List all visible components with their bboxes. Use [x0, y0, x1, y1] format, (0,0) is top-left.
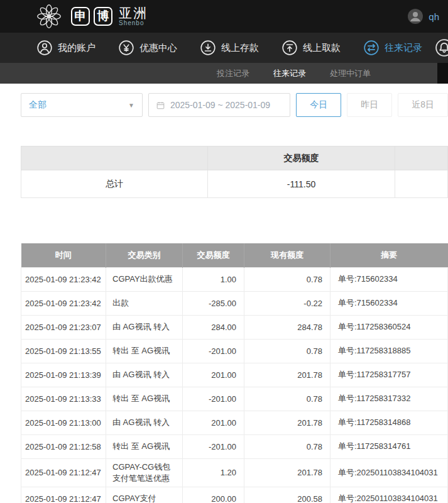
withdraw-icon: [281, 40, 298, 56]
cell-summary: 单号:117258317757: [331, 363, 448, 387]
col-header-type: 交易类别: [106, 243, 183, 267]
nav-item-transaction-records[interactable]: 往来记录: [363, 40, 422, 56]
cell-amount: -285.00: [183, 291, 244, 315]
table-row: 2025-01-09 21:13:55转出 至 AG视讯-201.000.78单…: [21, 339, 448, 363]
cell-time: 2025-01-09 21:23:42: [21, 291, 106, 315]
tab-betting-records[interactable]: 投注记录: [217, 68, 249, 79]
nav-item-my-account[interactable]: 我的账户: [36, 40, 96, 56]
col-header-balance: 现有额度: [244, 243, 331, 267]
logo-region-en: Shenbo: [119, 20, 148, 27]
summary-header-row: 交易额度: [21, 146, 448, 170]
cell-balance: 0.78: [244, 267, 331, 291]
summary-total-label: 总计: [21, 170, 208, 198]
nav-item-label: 线上取款: [303, 42, 341, 54]
cell-balance: 0.78: [244, 339, 331, 363]
nav-item-promo-center[interactable]: 优惠中心: [118, 40, 177, 56]
filter-row: 全部 ▼ 2025-01-09 ~ 2025-01-09 今日昨日近8日: [21, 93, 448, 117]
cell-time: 2025-01-09 21:13:39: [21, 363, 106, 387]
cell-balance: 201.78: [244, 458, 331, 487]
cell-type: 出款: [106, 291, 183, 315]
cell-time: 2025-01-09 21:12:58: [21, 434, 106, 458]
cell-type: 转出 至 AG视讯: [106, 387, 183, 411]
nav-item-label: 线上存款: [221, 42, 259, 54]
nav-item-online-deposit[interactable]: 线上存款: [200, 40, 259, 56]
records-icon: [363, 40, 380, 56]
col-header-amount: 交易额度: [183, 243, 244, 267]
table-row: 2025-01-09 21:12:58转出 至 AG视讯-201.000.78单…: [21, 434, 448, 458]
transactions-table: 时间交易类别交易额度现有额度摘要 2025-01-09 21:23:42CGPA…: [21, 243, 448, 503]
table-row: 2025-01-09 21:23:42CGPAY出款优惠1.000.78单号:7…: [21, 267, 448, 291]
topbar: 申 博 亚洲 Shenbo qh: [0, 0, 448, 33]
cell-summary: 单号:117258318885: [331, 339, 448, 363]
summary-header-spacer-right: [395, 146, 448, 170]
type-filter-dropdown[interactable]: 全部 ▼: [21, 93, 143, 117]
logo[interactable]: 申 博 亚洲 Shenbo: [35, 2, 148, 31]
last-8-days-button[interactable]: 近8日: [398, 93, 448, 117]
table-header-row: 时间交易类别交易额度现有额度摘要: [21, 243, 448, 267]
promo-icon: [118, 40, 134, 56]
cell-type: CGPAY出款优惠: [106, 267, 183, 291]
cell-balance: -0.22: [244, 291, 331, 315]
cell-summary: 单号:715602334: [331, 267, 448, 291]
cell-balance: 0.78: [244, 387, 331, 411]
user-area[interactable]: qh: [407, 8, 439, 25]
cell-time: 2025-01-09 21:23:07: [21, 315, 106, 339]
type-filter-value: 全部: [29, 99, 46, 111]
logo-char-shen: 申: [71, 7, 90, 26]
date-range-input[interactable]: 2025-01-09 ~ 2025-01-09: [148, 93, 290, 117]
cell-summary: 单号:202501103834104031: [331, 458, 448, 487]
username-label: qh: [429, 11, 439, 22]
logo-region: 亚洲 Shenbo: [119, 6, 148, 27]
cell-type: CGPAY支付: [106, 487, 183, 503]
logo-char-bo: 博: [94, 7, 112, 26]
cell-amount: 200.00: [183, 487, 244, 503]
table-row: 2025-01-09 21:12:47CGPAY-CG钱包支付笔笔送优惠1.20…: [21, 458, 448, 487]
nav-item-online-withdraw[interactable]: 线上取款: [281, 40, 341, 56]
cell-time: 2025-01-09 21:12:47: [21, 458, 106, 487]
cell-type: 转出 至 AG视讯: [106, 339, 183, 363]
quick-range-buttons: 今日昨日近8日: [296, 93, 448, 117]
cell-time: 2025-01-09 21:13:00: [21, 411, 106, 434]
cell-amount: -201.00: [183, 434, 244, 458]
cell-time: 2025-01-09 21:13:33: [21, 387, 106, 411]
cell-summary: 单号:117258314868: [331, 411, 448, 434]
record-tabs: 投注记录往来记录处理中订单: [0, 63, 448, 84]
cell-amount: 201.00: [183, 363, 244, 387]
transactions-body: 2025-01-09 21:23:42CGPAY出款优惠1.000.78单号:7…: [21, 267, 448, 503]
summary-table: 交易额度 总计 -111.50: [21, 146, 448, 198]
deposit-icon: [200, 40, 216, 56]
cell-amount: -201.00: [183, 387, 244, 411]
tab-processing-orders[interactable]: 处理中订单: [330, 68, 371, 79]
cell-type: 由 AG视讯 转入: [106, 363, 183, 387]
bell-icon[interactable]: [435, 38, 448, 57]
table-row: 2025-01-09 21:13:33转出 至 AG视讯-201.000.78单…: [21, 387, 448, 411]
cell-balance: 200.58: [244, 487, 331, 503]
cell-amount: 201.00: [183, 411, 244, 434]
cell-time: 2025-01-09 21:13:55: [21, 339, 106, 363]
col-header-summary: 摘要: [331, 243, 448, 267]
cell-amount: -201.00: [183, 339, 244, 363]
lotus-logo-icon: [35, 2, 63, 31]
col-header-time: 时间: [21, 243, 106, 267]
table-row: 2025-01-09 21:13:00由 AG视讯 转入201.00201.78…: [21, 411, 448, 434]
cell-balance: 201.78: [244, 411, 331, 434]
cell-time: 2025-01-09 21:12:47: [21, 487, 106, 503]
cell-summary: 单号:202501103834104031: [331, 487, 448, 503]
tab-transaction-records[interactable]: 往来记录: [273, 68, 306, 79]
cell-balance: 284.78: [244, 315, 331, 339]
today-button[interactable]: 今日: [296, 93, 341, 117]
cell-amount: 1.20: [183, 458, 244, 487]
cell-type: 由 AG视讯 转入: [106, 315, 183, 339]
cell-summary: 单号:715602334: [331, 291, 448, 315]
cell-summary: 单号:117258360524: [331, 315, 448, 339]
nav-item-label: 往来记录: [385, 42, 422, 54]
user-icon: [36, 40, 53, 56]
summary-total-value: -111.50: [208, 170, 395, 198]
cell-summary: 单号:117258317332: [331, 387, 448, 411]
yesterday-button[interactable]: 昨日: [347, 93, 392, 117]
cell-balance: 0.78: [244, 434, 331, 458]
summary-header-label: 交易额度: [208, 146, 395, 170]
corner-widget: [437, 63, 448, 84]
summary-total-row: 总计 -111.50: [21, 170, 448, 198]
main-nav: 我的账户优惠中心线上存款线上取款往来记录: [0, 33, 448, 63]
